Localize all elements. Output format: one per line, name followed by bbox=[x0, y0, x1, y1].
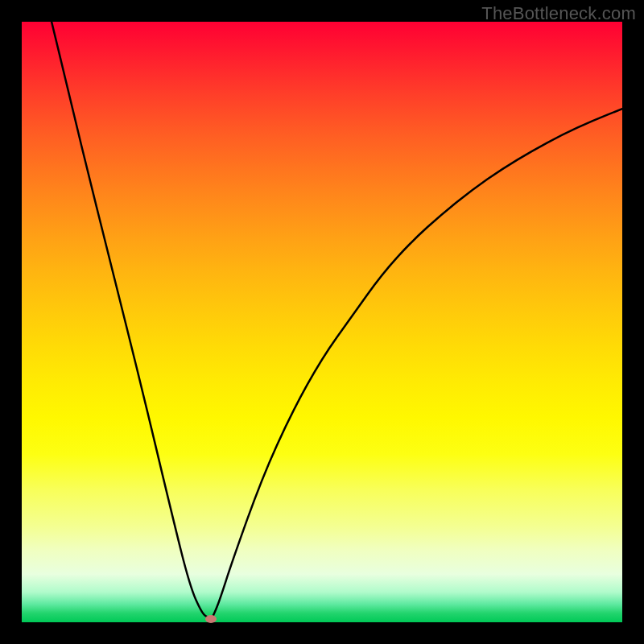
plot-area bbox=[22, 22, 622, 622]
bottleneck-curve bbox=[22, 22, 622, 622]
chart-frame: TheBottleneck.com bbox=[0, 0, 644, 644]
optimal-point-marker bbox=[205, 615, 217, 623]
watermark-label: TheBottleneck.com bbox=[481, 3, 636, 24]
